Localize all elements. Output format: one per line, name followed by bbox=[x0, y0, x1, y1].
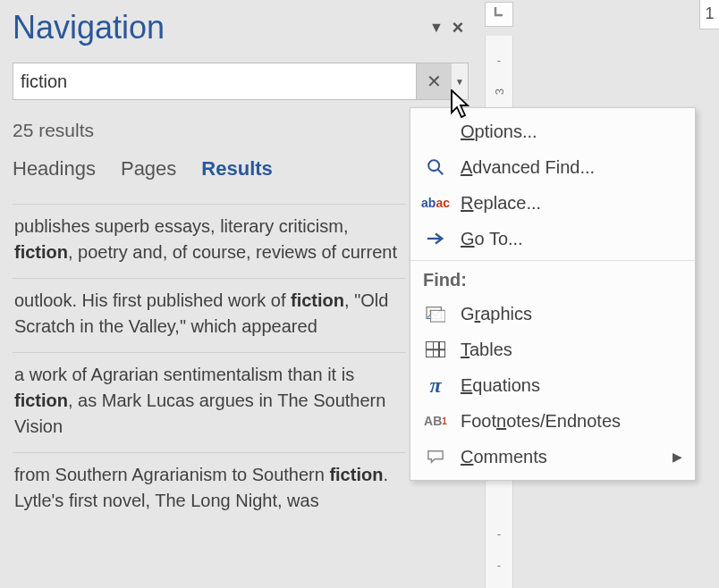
pane-options-dropdown[interactable]: ▼ bbox=[426, 20, 447, 36]
footnote-icon: AB1 bbox=[423, 410, 448, 432]
svg-line-1 bbox=[438, 170, 444, 175]
menu-item-tables[interactable]: Tables bbox=[410, 332, 695, 367]
menu-item-replace[interactable]: abac Replace... bbox=[410, 185, 695, 221]
menu-item-graphics[interactable]: Graphics bbox=[410, 296, 695, 332]
blank-icon bbox=[423, 121, 448, 142]
pi-icon: π bbox=[423, 374, 448, 396]
tab-pages[interactable]: Pages bbox=[121, 157, 176, 189]
menu-label: G bbox=[461, 304, 475, 323]
search-icon bbox=[423, 156, 448, 178]
navigation-pane: Navigation ▼ × ✕ ▼ 25 results ▾ Headings… bbox=[13, 9, 469, 526]
search-options-menu: Options... Advanced Find... abac Replace… bbox=[410, 107, 696, 481]
menu-separator bbox=[410, 260, 695, 261]
close-pane-button[interactable]: × bbox=[447, 16, 469, 39]
menu-label: eplace... bbox=[473, 193, 541, 213]
search-result-item[interactable]: from Southern Agrarianism to Southern fi… bbox=[13, 453, 406, 526]
menu-item-footnotes[interactable]: AB1 Footnotes/Endnotes bbox=[410, 403, 695, 439]
tab-results[interactable]: Results bbox=[201, 157, 272, 189]
menu-label: dvanced Find... bbox=[472, 157, 595, 177]
ruler-number: 3 bbox=[493, 79, 506, 105]
ruler-corner-tab-selector[interactable] bbox=[485, 2, 513, 27]
navigation-pane-title: Navigation bbox=[13, 9, 426, 46]
table-icon bbox=[423, 339, 448, 360]
search-input[interactable] bbox=[13, 63, 416, 99]
close-icon: ✕ bbox=[427, 71, 442, 92]
replace-icon: abac bbox=[423, 192, 448, 214]
search-result-item[interactable]: publishes superb essays, literary critic… bbox=[13, 204, 406, 279]
menu-item-advanced-find[interactable]: Advanced Find... bbox=[410, 149, 695, 185]
page-number-indicator: 1 bbox=[699, 0, 719, 29]
search-options-dropdown-button[interactable]: ▼ bbox=[452, 63, 468, 99]
ruler-tick: - bbox=[486, 559, 512, 572]
ruler-tick: - bbox=[486, 54, 512, 67]
menu-label: o To... bbox=[475, 229, 523, 248]
search-box: ✕ ▼ bbox=[13, 63, 469, 100]
search-result-item[interactable]: outlook. His first published work of fic… bbox=[13, 279, 406, 353]
menu-item-options[interactable]: Options... bbox=[410, 113, 695, 149]
menu-label: ables bbox=[469, 340, 512, 359]
menu-item-go-to[interactable]: Go To... bbox=[410, 221, 695, 256]
result-count-label: 25 results bbox=[13, 120, 94, 141]
menu-label: quations bbox=[472, 375, 540, 395]
search-result-item[interactable]: a work of Agrarian sentimentalism than i… bbox=[13, 353, 406, 453]
menu-section-find: Find: bbox=[410, 265, 695, 296]
svg-point-0 bbox=[428, 160, 439, 171]
menu-item-equations[interactable]: π Equations bbox=[410, 367, 695, 403]
comment-icon bbox=[423, 446, 448, 467]
tab-headings[interactable]: Headings bbox=[13, 157, 96, 189]
search-results-list: publishes superb essays, literary critic… bbox=[13, 204, 406, 526]
graphics-icon bbox=[423, 303, 448, 324]
menu-item-comments[interactable]: Comments ▶ bbox=[410, 439, 695, 475]
chevron-down-icon: ▼ bbox=[455, 77, 464, 87]
submenu-arrow-icon: ▶ bbox=[672, 449, 682, 464]
arrow-right-icon bbox=[423, 228, 448, 249]
clear-search-button[interactable]: ✕ bbox=[416, 63, 452, 99]
menu-label: ptions... bbox=[475, 122, 537, 141]
svg-rect-5 bbox=[431, 310, 445, 322]
menu-label: omments bbox=[473, 447, 546, 466]
ruler-tick: - bbox=[486, 527, 512, 541]
tab-stop-icon bbox=[492, 4, 506, 19]
navigation-tabs: Headings Pages Results bbox=[13, 157, 469, 189]
menu-label: otes/Endnotes bbox=[506, 411, 621, 431]
